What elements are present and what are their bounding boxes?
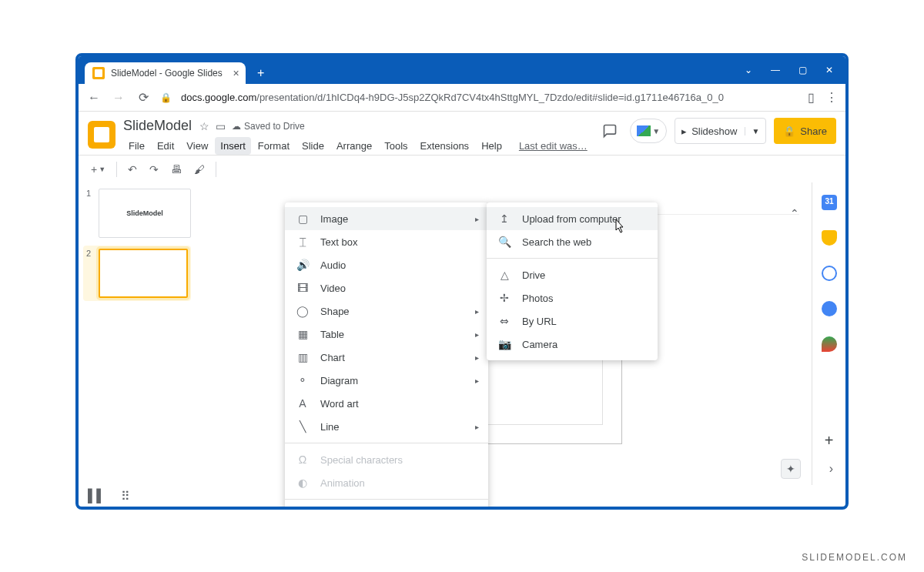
insert-shape[interactable]: ◯Shape▸ xyxy=(285,299,488,323)
browser-tab[interactable]: SlideModel - Google Slides × xyxy=(85,62,246,84)
url-field[interactable]: docs.google.com/presentation/d/1hICDq4-h… xyxy=(181,92,798,103)
calendar-icon[interactable]: 31 xyxy=(822,195,837,210)
insert-word-art[interactable]: AWord art xyxy=(285,392,488,415)
side-panel: 31 + xyxy=(812,182,845,485)
insert-video[interactable]: 🎞Video xyxy=(285,276,488,299)
menu-extensions[interactable]: Extensions xyxy=(415,137,475,155)
insert-link: ⇔LinkCtrl+K xyxy=(285,504,488,510)
document-title[interactable]: SlideModel xyxy=(123,118,192,134)
insert-text-box[interactable]: ⌶Text box xyxy=(285,230,488,253)
image-search-the-web[interactable]: 🔍Search the web xyxy=(487,230,658,253)
titlebar: SlideModel - Google Slides × + ⌄ — ▢ ✕ xyxy=(79,56,845,84)
maximize-icon[interactable]: ▢ xyxy=(798,65,807,75)
tasks-icon[interactable] xyxy=(822,266,837,281)
menu-item-label: Special characters xyxy=(320,454,403,466)
watermark: SLIDEMODEL.COM xyxy=(802,552,907,563)
table-icon: ▦ xyxy=(296,328,310,340)
reader-mode-icon[interactable]: ▯ xyxy=(808,90,815,105)
collapse-icon[interactable]: ⌃ xyxy=(790,207,799,219)
slide-thumbnail[interactable]: SlideModel xyxy=(99,189,191,238)
keep-icon[interactable] xyxy=(822,230,837,246)
undo-button[interactable]: ↶ xyxy=(123,160,142,179)
menu-help[interactable]: Help xyxy=(476,137,507,155)
diagram-icon: ⚬ xyxy=(296,374,310,386)
slide-thumbnails: 1SlideModel2 xyxy=(79,182,199,485)
image-by-url[interactable]: ⇔By URL xyxy=(487,309,658,333)
last-edit-link[interactable]: Last edit was… xyxy=(514,137,593,155)
saved-status: Saved to Drive xyxy=(244,121,305,132)
slide-thumbnail[interactable] xyxy=(99,249,188,298)
slideshow-button[interactable]: ▸ Slideshow ▼ xyxy=(675,118,766,144)
back-icon[interactable]: ← xyxy=(86,91,102,105)
explore-button[interactable]: ✦ xyxy=(781,459,801,479)
add-panel-icon[interactable]: + xyxy=(825,432,834,450)
star-icon[interactable]: ☆ xyxy=(199,120,209,132)
forward-icon[interactable]: → xyxy=(111,91,126,105)
by-url-icon: ⇔ xyxy=(497,315,511,327)
minimize-icon[interactable]: — xyxy=(771,65,780,75)
image-icon: ▢ xyxy=(296,212,310,225)
submenu-arrow-icon: ▸ xyxy=(475,376,479,385)
app-header: SlideModel ☆ ▭ ☁Saved to Drive FileEditV… xyxy=(79,112,845,155)
insert-image[interactable]: ▢Image▸ xyxy=(285,207,488,230)
image-camera[interactable]: 📷Camera xyxy=(487,333,658,356)
menu-item-label: Image xyxy=(320,213,348,225)
menu-bar: FileEditViewInsertFormatSlideArrangeTool… xyxy=(123,137,598,155)
insert-diagram[interactable]: ⚬Diagram▸ xyxy=(285,369,488,392)
close-tab-icon[interactable]: × xyxy=(233,67,239,79)
caret-down-icon: ▼ xyxy=(652,127,660,135)
paint-format-button[interactable]: 🖌 xyxy=(189,160,209,179)
submenu-arrow-icon: ▸ xyxy=(475,330,479,339)
move-icon[interactable]: ▭ xyxy=(216,120,226,132)
meet-icon xyxy=(637,125,651,136)
camera-icon: 📷 xyxy=(497,338,511,350)
menu-item-label: Diagram xyxy=(320,375,358,386)
menu-file[interactable]: File xyxy=(123,137,150,155)
submenu-arrow-icon: ▸ xyxy=(475,307,479,316)
insert-chart[interactable]: ▥Chart▸ xyxy=(285,346,488,369)
image-drive[interactable]: △Drive xyxy=(487,263,658,286)
menu-format[interactable]: Format xyxy=(253,137,295,155)
comment-history-icon[interactable] xyxy=(598,119,622,143)
show-side-panel-icon[interactable]: › xyxy=(829,462,833,476)
play-icon: ▸ xyxy=(681,125,687,137)
image-upload-from-computer[interactable]: ↥Upload from computer xyxy=(487,207,658,230)
print-button[interactable]: 🖶 xyxy=(166,160,186,179)
menu-edit[interactable]: Edit xyxy=(152,137,179,155)
menu-arrange[interactable]: Arrange xyxy=(331,137,377,155)
menu-insert[interactable]: Insert xyxy=(215,137,251,155)
filmstrip-view-icon[interactable]: ▌▌ xyxy=(88,489,105,503)
close-window-icon[interactable]: ✕ xyxy=(825,65,833,75)
audio-icon: 🔊 xyxy=(296,259,310,271)
insert-table[interactable]: ▦Table▸ xyxy=(285,323,488,346)
share-button[interactable]: 🔒 Share xyxy=(774,118,836,144)
word-art-icon: A xyxy=(296,397,310,410)
tab-title: SlideModel - Google Slides xyxy=(111,68,223,79)
maps-icon[interactable] xyxy=(822,336,837,352)
new-tab-button[interactable]: + xyxy=(250,62,272,84)
browser-menu-icon[interactable]: ⋮ xyxy=(825,90,838,105)
chevron-down-icon[interactable]: ⌄ xyxy=(745,65,752,75)
slides-favicon xyxy=(92,67,105,79)
menu-slide[interactable]: Slide xyxy=(296,137,330,155)
image-submenu: ↥Upload from computer🔍Search the web△Dri… xyxy=(487,202,658,360)
redo-button[interactable]: ↷ xyxy=(145,160,163,179)
meet-button[interactable]: ▼ xyxy=(630,119,667,143)
insert-special-characters: ΩSpecial characters xyxy=(285,448,488,471)
insert-line[interactable]: ╲Line▸ xyxy=(285,415,488,438)
insert-audio[interactable]: 🔊Audio xyxy=(285,253,488,276)
grid-view-icon[interactable]: ⠿ xyxy=(121,489,130,503)
toolbar: +▼ ↶ ↷ 🖶 🖌 xyxy=(79,155,845,182)
cloud-icon[interactable]: ☁ xyxy=(232,121,241,132)
reload-icon[interactable]: ⟳ xyxy=(136,90,151,105)
lock-icon[interactable]: 🔒 xyxy=(160,92,172,103)
caret-down-icon[interactable]: ▼ xyxy=(745,127,759,135)
special-characters-icon: Ω xyxy=(296,453,310,466)
menu-view[interactable]: View xyxy=(181,137,213,155)
slides-logo[interactable] xyxy=(88,121,116,149)
image-photos[interactable]: ✢Photos xyxy=(487,286,658,309)
contacts-icon[interactable] xyxy=(822,301,837,316)
menu-tools[interactable]: Tools xyxy=(379,137,413,155)
new-slide-button[interactable]: +▼ xyxy=(86,160,110,179)
search-the-web-icon: 🔍 xyxy=(497,236,511,248)
